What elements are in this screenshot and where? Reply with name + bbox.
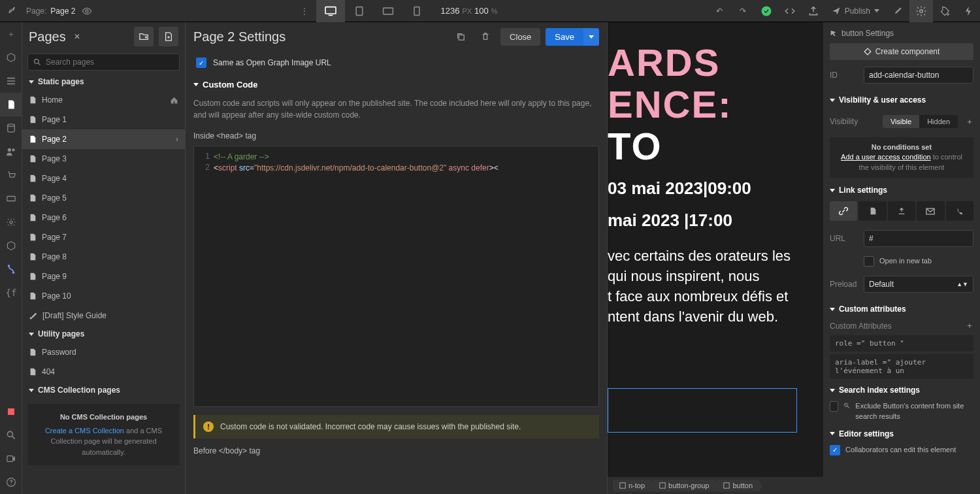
preview-icon[interactable] — [82, 6, 92, 16]
search-off-icon — [843, 401, 851, 410]
close-button[interactable]: Close — [500, 28, 540, 46]
tablet-landscape-button[interactable] — [374, 0, 402, 22]
page-item[interactable]: Page 5 — [22, 188, 185, 208]
redo-icon[interactable]: ↷ — [731, 0, 755, 22]
search-pages-input[interactable] — [27, 54, 180, 71]
new-folder-button[interactable] — [134, 27, 154, 46]
page-item[interactable]: Password — [22, 342, 185, 362]
export-icon[interactable] — [802, 0, 825, 22]
create-cms-link[interactable]: Create a CMS Collection — [45, 427, 124, 435]
attribute-row[interactable]: aria-label =" ajouter l'événement à un — [830, 354, 973, 379]
selected-element-outline[interactable] — [608, 388, 797, 433]
preload-select[interactable]: Default▲▼ — [864, 276, 973, 293]
create-component-button[interactable]: Create component — [830, 43, 973, 60]
new-page-button[interactable] — [159, 27, 178, 46]
og-same-checkbox[interactable]: ✓ Same as Open Graph Image URL — [196, 51, 599, 74]
visible-toggle[interactable]: Visible — [883, 115, 919, 128]
box-icon[interactable] — [0, 46, 22, 69]
interactions-icon[interactable] — [933, 0, 956, 22]
pages-icon[interactable] — [0, 93, 22, 116]
mobile-device-button[interactable] — [402, 0, 431, 22]
page-item[interactable]: Page 4 — [22, 169, 185, 188]
attribute-row[interactable]: role =" button " — [830, 335, 973, 352]
add-visibility-icon[interactable]: ＋ — [966, 116, 973, 127]
add-attribute-icon[interactable]: ＋ — [966, 320, 973, 331]
undo-icon[interactable]: ↶ — [708, 0, 731, 22]
visibility-label: Visibility — [830, 117, 858, 126]
link-section-tab[interactable] — [888, 201, 915, 221]
head-code-editor[interactable]: 12 <!-- A garder --> <script src="https:… — [193, 146, 599, 407]
hidden-toggle[interactable]: Hidden — [919, 115, 958, 128]
page-item[interactable]: Page 8 — [22, 247, 185, 267]
webflow-logo[interactable] — [0, 0, 22, 22]
page-item[interactable]: Page 6 — [22, 208, 185, 227]
tablet-device-button[interactable] — [345, 0, 374, 22]
copy-icon[interactable] — [451, 32, 470, 41]
publish-button[interactable]: Publish — [825, 7, 886, 16]
page-item[interactable]: Page 7 — [22, 227, 185, 247]
url-input[interactable] — [864, 230, 973, 247]
breadcrumb-item[interactable]: n-top — [613, 480, 651, 491]
page-item[interactable]: Page 2› — [22, 129, 185, 149]
code-icon[interactable] — [778, 0, 802, 22]
search-index-header[interactable]: Search index settings — [830, 380, 973, 399]
nav-icon[interactable] — [0, 69, 22, 93]
link-phone-tab[interactable] — [946, 201, 973, 221]
visibility-section-header[interactable]: Visibility & user access — [830, 90, 973, 108]
page-item[interactable]: Page 3 — [22, 149, 185, 169]
page-item[interactable]: 404 — [22, 362, 185, 382]
collaborators-edit-checkbox[interactable]: ✓ Collaborators can edit this element — [830, 442, 973, 458]
users-icon[interactable] — [0, 140, 22, 163]
page-item[interactable]: Home — [22, 90, 185, 110]
page-item[interactable]: Page 9 — [22, 267, 185, 286]
id-input[interactable] — [864, 67, 973, 84]
editor-settings-header[interactable]: Editor settings — [830, 424, 973, 442]
logic-icon[interactable] — [0, 187, 22, 210]
help-icon[interactable] — [0, 470, 22, 494]
link-url-tab[interactable] — [830, 201, 857, 221]
custom-attr-header[interactable]: Custom attributes — [830, 299, 973, 318]
status-ok-icon[interactable] — [755, 0, 778, 22]
save-button[interactable]: Save — [546, 28, 583, 46]
video-icon[interactable] — [0, 447, 22, 470]
element-type-label: button Settings — [830, 27, 973, 43]
svg-rect-25 — [864, 48, 871, 55]
settings-title: Page 2 Settings — [193, 29, 286, 44]
design-canvas[interactable]: ARDS ENCE: TO 03 mai 2023|09:00 mai 2023… — [608, 22, 823, 494]
desktop-device-button[interactable] — [316, 0, 345, 22]
utility-pages-header[interactable]: Utility pages — [22, 325, 185, 342]
menu-dots-icon[interactable]: ⋮ — [293, 7, 316, 16]
link-page-tab[interactable] — [858, 201, 886, 221]
bolt-icon[interactable] — [956, 0, 980, 22]
audit-icon[interactable] — [0, 400, 22, 423]
page-item[interactable]: [Draft] Style Guide — [22, 306, 185, 325]
custom-code-header[interactable]: Custom Code — [193, 74, 599, 95]
brackets-icon[interactable]: {f — [0, 281, 22, 305]
cms-pages-header[interactable]: CMS Collection pages — [22, 382, 185, 399]
flow-icon[interactable] — [0, 257, 22, 281]
find-icon[interactable] — [0, 423, 22, 447]
static-pages-header[interactable]: Static pages — [22, 73, 185, 90]
settings-icon[interactable] — [0, 210, 22, 234]
save-dropdown-icon[interactable] — [583, 28, 599, 46]
link-email-tab[interactable] — [917, 201, 944, 221]
component-icon — [864, 48, 872, 56]
brush-icon[interactable] — [886, 0, 909, 22]
breadcrumb-item[interactable]: button — [717, 480, 759, 491]
breadcrumb-item[interactable]: button-group — [653, 480, 715, 491]
settings-gear-icon[interactable] — [909, 0, 933, 22]
exclude-search-checkbox[interactable]: Exclude Button's content from site searc… — [830, 399, 973, 424]
add-element-icon[interactable]: ＋ — [0, 22, 22, 46]
add-condition-link[interactable]: Add a user access condition — [841, 153, 931, 161]
assets-icon[interactable] — [0, 234, 22, 257]
close-panel-icon[interactable]: ✕ — [74, 32, 80, 41]
cms-icon[interactable] — [0, 116, 22, 140]
check-icon: ✓ — [196, 58, 206, 68]
page-item[interactable]: Page 10 — [22, 286, 185, 306]
ecommerce-icon[interactable] — [0, 163, 22, 187]
link-settings-header[interactable]: Link settings — [830, 180, 973, 199]
svg-point-11 — [10, 221, 12, 223]
new-tab-checkbox[interactable]: Open in new tab — [830, 254, 973, 269]
page-item[interactable]: Page 1 — [22, 110, 185, 129]
delete-icon[interactable] — [476, 32, 495, 41]
